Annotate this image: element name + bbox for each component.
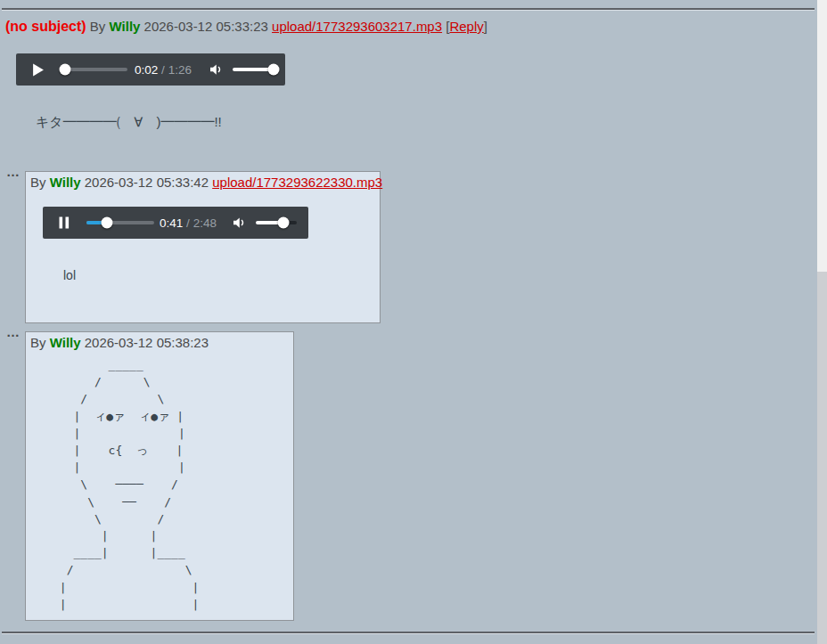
timestamp: 2026-03-12 05:33:23 (144, 19, 268, 34)
mute-button[interactable] (231, 214, 249, 232)
collapse-toggle-2[interactable]: … (6, 328, 20, 337)
author-name: Willy (50, 175, 81, 190)
progress-slider[interactable] (86, 221, 154, 224)
duration: 1:26 (168, 63, 192, 77)
author-name: Willy (110, 19, 141, 34)
thread-subject: (no subject) (5, 19, 86, 34)
top-divider (2, 8, 815, 10)
time-display: 0:02 / 1:26 (127, 63, 199, 77)
mute-button[interactable] (208, 61, 225, 78)
scrollbar[interactable] (817, 0, 827, 644)
play-button[interactable] (28, 60, 47, 79)
pause-icon (58, 216, 70, 229)
audio-player-1[interactable]: 0:02 / 1:26 (16, 53, 285, 86)
upload-link[interactable]: upload/1773293603217.mp3 (272, 19, 442, 34)
volume-knob[interactable] (278, 217, 290, 229)
scrollbar-thumb[interactable] (817, 272, 827, 644)
audio-player-2[interactable]: 0:41 / 2:48 (43, 207, 308, 239)
time-separator: / (161, 63, 165, 77)
reply-header: By Willy 2026-03-12 05:38:23 (26, 332, 293, 353)
current-time: 0:02 (135, 63, 158, 77)
timestamp: 2026-03-12 05:33:42 (85, 175, 209, 190)
reply-body-text: lol (63, 268, 76, 282)
time-separator: / (186, 216, 190, 230)
current-time: 0:41 (160, 216, 183, 230)
progress-slider[interactable] (60, 68, 127, 71)
pause-button[interactable] (54, 213, 74, 232)
reply-link[interactable]: Reply (449, 19, 483, 34)
duration: 2:48 (193, 216, 217, 230)
speaker-icon (208, 61, 224, 77)
reply-post-1: By Willy 2026-03-12 05:33:42 upload/1773… (25, 171, 381, 323)
volume-knob[interactable] (268, 64, 280, 76)
speaker-icon (231, 215, 247, 231)
volume-slider[interactable] (233, 68, 274, 71)
collapse-toggle-1[interactable]: … (6, 167, 20, 176)
author-name: Willy (50, 335, 81, 350)
reply-bracket-close: ] (484, 19, 487, 34)
by-label: By (90, 19, 106, 34)
thread-header: (no subject) By Willy 2026-03-12 05:33:2… (5, 19, 487, 35)
upload-link[interactable]: upload/1773293622330.mp3 (212, 175, 382, 190)
thread-page: (no subject) By Willy 2026-03-12 05:33:2… (0, 0, 827, 644)
reply-header: By Willy 2026-03-12 05:33:42 upload/1773… (26, 172, 380, 192)
bottom-divider (2, 632, 815, 633)
by-label: By (30, 335, 46, 350)
thread-body-text: キタ━━━━(゚∀゚)━━━━!! (36, 114, 222, 131)
progress-knob[interactable] (60, 64, 71, 76)
volume-slider[interactable] (256, 221, 297, 224)
time-display: 0:41 / 2:48 (154, 216, 222, 230)
ascii-art: _____ / \ / \ | ィ●ァ ィ●ァ | | | | c{ っ | |… (53, 356, 293, 613)
reply-post-2: By Willy 2026-03-12 05:38:23 _____ / \ /… (25, 331, 294, 621)
play-icon (31, 63, 45, 77)
timestamp: 2026-03-12 05:38:23 (85, 335, 209, 350)
progress-knob[interactable] (101, 217, 112, 229)
by-label: By (30, 175, 46, 190)
